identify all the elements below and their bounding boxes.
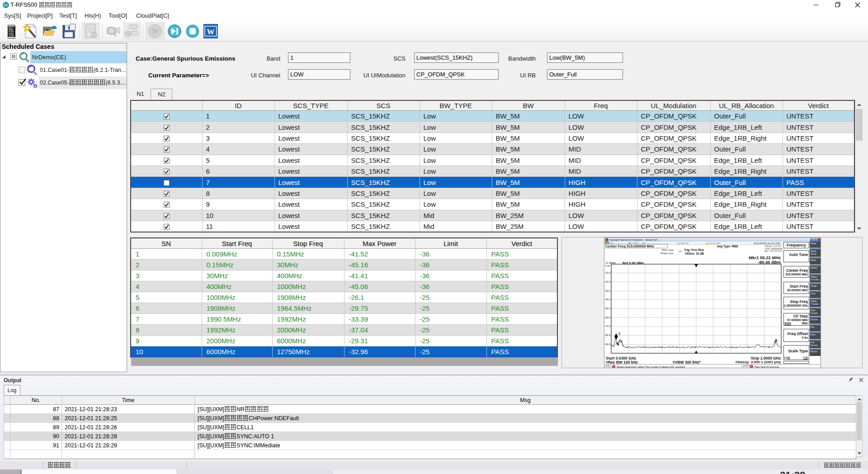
- svg-text:W: W: [207, 28, 215, 36]
- svg-text:5G: 5G: [4, 4, 8, 7]
- svg-text:1: 1: [618, 332, 620, 336]
